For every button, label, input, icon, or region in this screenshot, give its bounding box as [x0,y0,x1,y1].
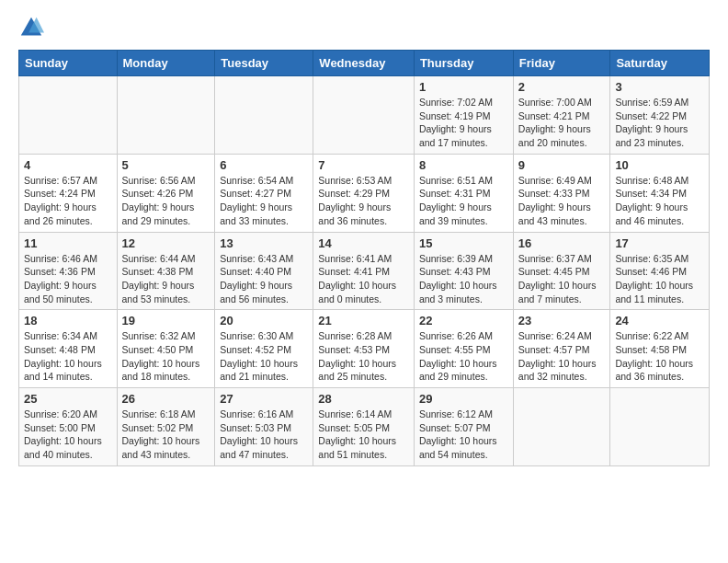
calendar-week-row: 25Sunrise: 6:20 AM Sunset: 5:00 PM Dayli… [19,388,710,466]
day-info: Sunrise: 6:14 AM Sunset: 5:05 PM Dayligh… [318,408,409,462]
calendar-cell: 3Sunrise: 6:59 AM Sunset: 4:22 PM Daylig… [610,76,710,155]
day-info: Sunrise: 6:53 AM Sunset: 4:29 PM Dayligh… [318,174,409,228]
day-number: 1 [419,80,508,94]
day-number: 5 [122,158,210,172]
calendar-cell: 19Sunrise: 6:32 AM Sunset: 4:50 PM Dayli… [117,310,215,388]
day-info: Sunrise: 6:37 AM Sunset: 4:45 PM Dayligh… [518,252,606,306]
calendar-table: SundayMondayTuesdayWednesdayThursdayFrid… [18,50,710,466]
calendar-week-row: 1Sunrise: 7:02 AM Sunset: 4:19 PM Daylig… [19,76,710,155]
calendar-header-tuesday: Tuesday [215,51,313,76]
day-info: Sunrise: 6:30 AM Sunset: 4:52 PM Dayligh… [220,329,308,384]
day-number: 29 [419,392,508,406]
day-info: Sunrise: 6:22 AM Sunset: 4:58 PM Dayligh… [615,329,704,384]
day-info: Sunrise: 6:12 AM Sunset: 5:07 PM Dayligh… [419,408,508,462]
calendar-cell: 23Sunrise: 6:24 AM Sunset: 4:57 PM Dayli… [513,310,610,388]
day-number: 19 [122,314,210,327]
day-number: 3 [615,80,704,94]
calendar-cell: 28Sunrise: 6:14 AM Sunset: 5:05 PM Dayli… [313,388,415,466]
day-number: 22 [419,314,508,327]
calendar-header-monday: Monday [117,51,215,76]
calendar-cell: 10Sunrise: 6:48 AM Sunset: 4:34 PM Dayli… [610,154,710,232]
calendar-week-row: 11Sunrise: 6:46 AM Sunset: 4:36 PM Dayli… [19,232,710,310]
calendar-cell: 12Sunrise: 6:44 AM Sunset: 4:38 PM Dayli… [117,232,215,310]
calendar-cell: 26Sunrise: 6:18 AM Sunset: 5:02 PM Dayli… [117,388,215,466]
day-info: Sunrise: 6:26 AM Sunset: 4:55 PM Dayligh… [419,329,508,384]
day-info: Sunrise: 6:28 AM Sunset: 4:53 PM Dayligh… [318,329,409,384]
day-number: 8 [419,158,508,172]
calendar-week-row: 4Sunrise: 6:57 AM Sunset: 4:24 PM Daylig… [19,154,710,232]
calendar-cell [313,76,415,155]
day-info: Sunrise: 6:41 AM Sunset: 4:41 PM Dayligh… [318,252,409,306]
day-number: 4 [24,158,112,172]
calendar-cell: 15Sunrise: 6:39 AM Sunset: 4:43 PM Dayli… [414,232,513,310]
calendar-cell: 1Sunrise: 7:02 AM Sunset: 4:19 PM Daylig… [414,76,513,155]
day-info: Sunrise: 6:34 AM Sunset: 4:48 PM Dayligh… [24,329,112,384]
logo [18,15,48,40]
calendar-cell: 17Sunrise: 6:35 AM Sunset: 4:46 PM Dayli… [610,232,710,310]
calendar-week-row: 18Sunrise: 6:34 AM Sunset: 4:48 PM Dayli… [19,310,710,388]
calendar-cell: 18Sunrise: 6:34 AM Sunset: 4:48 PM Dayli… [19,310,118,388]
day-number: 23 [518,314,606,327]
calendar-cell: 7Sunrise: 6:53 AM Sunset: 4:29 PM Daylig… [313,154,415,232]
day-number: 20 [220,314,308,327]
calendar-header-friday: Friday [513,51,610,76]
calendar-header-sunday: Sunday [19,51,118,76]
calendar-cell: 9Sunrise: 6:49 AM Sunset: 4:33 PM Daylig… [513,154,610,232]
day-number: 21 [318,314,409,327]
header [18,15,710,40]
calendar-cell: 29Sunrise: 6:12 AM Sunset: 5:07 PM Dayli… [414,388,513,466]
logo-icon [18,15,44,40]
day-number: 6 [220,158,308,172]
day-info: Sunrise: 6:59 AM Sunset: 4:22 PM Dayligh… [615,96,704,150]
calendar-cell: 6Sunrise: 6:54 AM Sunset: 4:27 PM Daylig… [215,154,313,232]
day-number: 7 [318,158,409,172]
day-number: 25 [24,392,112,406]
day-number: 28 [318,392,409,406]
calendar-header-wednesday: Wednesday [313,51,415,76]
day-number: 9 [518,158,606,172]
calendar-cell: 13Sunrise: 6:43 AM Sunset: 4:40 PM Dayli… [215,232,313,310]
day-info: Sunrise: 6:43 AM Sunset: 4:40 PM Dayligh… [220,252,308,306]
day-info: Sunrise: 6:35 AM Sunset: 4:46 PM Dayligh… [615,252,704,306]
calendar-cell [117,76,215,155]
day-info: Sunrise: 6:32 AM Sunset: 4:50 PM Dayligh… [122,329,210,384]
day-number: 18 [24,314,112,327]
day-number: 10 [615,158,704,172]
day-info: Sunrise: 6:20 AM Sunset: 5:00 PM Dayligh… [24,408,112,462]
day-number: 11 [24,236,112,250]
day-info: Sunrise: 6:16 AM Sunset: 5:03 PM Dayligh… [220,408,308,462]
calendar-cell: 5Sunrise: 6:56 AM Sunset: 4:26 PM Daylig… [117,154,215,232]
calendar-cell [19,76,118,155]
calendar-header-saturday: Saturday [610,51,710,76]
calendar-cell [215,76,313,155]
day-info: Sunrise: 6:39 AM Sunset: 4:43 PM Dayligh… [419,252,508,306]
day-info: Sunrise: 7:02 AM Sunset: 4:19 PM Dayligh… [419,96,508,150]
calendar-cell [610,388,710,466]
calendar-cell [513,388,610,466]
calendar-cell: 24Sunrise: 6:22 AM Sunset: 4:58 PM Dayli… [610,310,710,388]
calendar-cell: 22Sunrise: 6:26 AM Sunset: 4:55 PM Dayli… [414,310,513,388]
day-info: Sunrise: 6:56 AM Sunset: 4:26 PM Dayligh… [122,174,210,228]
day-info: Sunrise: 6:49 AM Sunset: 4:33 PM Dayligh… [518,174,606,228]
calendar-cell: 21Sunrise: 6:28 AM Sunset: 4:53 PM Dayli… [313,310,415,388]
day-info: Sunrise: 6:18 AM Sunset: 5:02 PM Dayligh… [122,408,210,462]
day-number: 26 [122,392,210,406]
day-number: 12 [122,236,210,250]
day-info: Sunrise: 6:54 AM Sunset: 4:27 PM Dayligh… [220,174,308,228]
calendar-cell: 14Sunrise: 6:41 AM Sunset: 4:41 PM Dayli… [313,232,415,310]
day-number: 15 [419,236,508,250]
calendar-cell: 16Sunrise: 6:37 AM Sunset: 4:45 PM Dayli… [513,232,610,310]
calendar-cell: 20Sunrise: 6:30 AM Sunset: 4:52 PM Dayli… [215,310,313,388]
day-info: Sunrise: 6:24 AM Sunset: 4:57 PM Dayligh… [518,329,606,384]
day-number: 17 [615,236,704,250]
calendar-cell: 4Sunrise: 6:57 AM Sunset: 4:24 PM Daylig… [19,154,118,232]
day-number: 27 [220,392,308,406]
calendar-page: SundayMondayTuesdayWednesdayThursdayFrid… [0,0,728,481]
day-number: 24 [615,314,704,327]
calendar-header-row: SundayMondayTuesdayWednesdayThursdayFrid… [19,51,710,76]
calendar-cell: 2Sunrise: 7:00 AM Sunset: 4:21 PM Daylig… [513,76,610,155]
calendar-header-thursday: Thursday [414,51,513,76]
day-info: Sunrise: 7:00 AM Sunset: 4:21 PM Dayligh… [518,96,606,150]
day-number: 14 [318,236,409,250]
calendar-cell: 25Sunrise: 6:20 AM Sunset: 5:00 PM Dayli… [19,388,118,466]
